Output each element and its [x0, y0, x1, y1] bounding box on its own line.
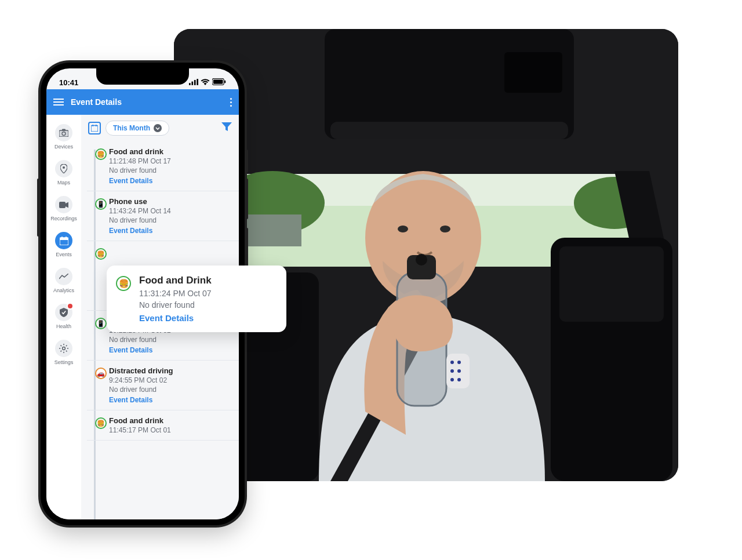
svg-rect-2 — [330, 122, 568, 139]
chart-icon — [55, 268, 72, 285]
sidebar-item-label: Devices — [54, 144, 73, 150]
event-details-link[interactable]: Event Details — [109, 177, 232, 185]
svg-point-49 — [154, 124, 162, 132]
sidebar-item-recordings[interactable]: Recordings — [46, 192, 81, 225]
event-sub: No driver found — [109, 386, 232, 394]
svg-point-15 — [398, 226, 408, 232]
more-icon[interactable] — [230, 98, 232, 107]
svg-point-16 — [440, 226, 450, 232]
video-icon — [55, 196, 72, 213]
sidebar-item-settings[interactable]: Settings — [46, 336, 81, 369]
signal-icon — [189, 78, 198, 87]
sidebar-item-maps[interactable]: Maps — [46, 157, 81, 189]
sidebar-item-analytics[interactable]: Analytics — [46, 264, 81, 297]
svg-rect-40 — [59, 202, 66, 208]
event-details-link[interactable]: Event Details — [139, 313, 277, 323]
event-sub: No driver found — [109, 336, 232, 344]
svg-rect-13 — [559, 246, 664, 322]
alert-badge — [67, 303, 74, 310]
gear-icon — [55, 340, 72, 357]
battery-icon — [212, 78, 226, 87]
list-item[interactable]: 🚗 Distracted driving 9:24:55 PM Oct 02 N… — [87, 361, 239, 410]
wifi-icon — [201, 78, 210, 87]
sidebar-item-health[interactable]: Health — [46, 300, 81, 333]
event-title: Distracted driving — [109, 366, 232, 375]
event-details-link[interactable]: Event Details — [109, 346, 232, 354]
svg-point-23 — [457, 361, 461, 364]
svg-point-27 — [457, 378, 461, 381]
list-item[interactable]: 📱 Phone use 11:43:24 PM Oct 14 No driver… — [87, 191, 239, 241]
event-details-link[interactable]: Event Details — [109, 227, 232, 235]
event-title: Phone use — [109, 197, 232, 206]
sidebar-item-devices[interactable]: Devices — [46, 121, 81, 153]
list-item[interactable]: 🍔 Food and drink 11:21:48 PM Oct 17 No d… — [87, 141, 239, 191]
event-title: Food and drink — [109, 147, 232, 156]
event-title: Food and drink — [109, 416, 232, 425]
chevron-down-icon — [154, 124, 162, 132]
svg-point-25 — [457, 369, 461, 373]
svg-rect-48 — [96, 125, 97, 126]
svg-rect-31 — [197, 79, 198, 85]
svg-rect-33 — [213, 79, 223, 83]
event-time: 11:21:48 PM Oct 17 — [109, 157, 232, 165]
event-popout-card[interactable]: 🍔 Food and Drink 11:31:24 PM Oct 07 No d… — [107, 266, 286, 332]
event-time: 11:43:24 PM Oct 14 — [109, 207, 232, 215]
pin-icon — [55, 160, 72, 177]
svg-rect-46 — [91, 126, 98, 132]
status-time: 10:41 — [59, 78, 78, 87]
svg-rect-43 — [61, 237, 63, 239]
svg-point-24 — [450, 369, 454, 373]
event-sub: No driver found — [109, 166, 232, 174]
event-sub: No driver found — [139, 300, 277, 310]
svg-point-20 — [416, 254, 427, 266]
calendar-icon — [55, 232, 72, 249]
svg-rect-38 — [62, 129, 66, 131]
svg-rect-42 — [60, 238, 68, 240]
svg-point-39 — [63, 166, 65, 169]
svg-rect-29 — [191, 81, 193, 85]
svg-rect-3 — [504, 52, 562, 93]
svg-rect-34 — [224, 80, 225, 83]
sidebar-item-label: Analytics — [53, 288, 74, 293]
sidebar-item-label: Events — [56, 252, 72, 257]
svg-point-26 — [450, 378, 454, 381]
shield-icon — [55, 304, 72, 321]
svg-rect-30 — [194, 79, 196, 85]
sidebar-item-events[interactable]: Events — [46, 228, 81, 261]
list-item[interactable]: 🍔 Food and drink 11:45:17 PM Oct 01 — [87, 410, 239, 441]
date-range-label: This Month — [113, 124, 150, 132]
svg-rect-35 — [59, 130, 68, 137]
phone-icon: 📱 — [95, 198, 107, 210]
event-video-frame — [174, 29, 678, 481]
food-icon: 🍔 — [95, 248, 107, 260]
svg-point-22 — [450, 361, 454, 364]
sidebar-item-label: Recordings — [50, 216, 77, 221]
event-title: Food and Drink — [139, 275, 277, 286]
camera-icon — [55, 124, 72, 141]
svg-rect-44 — [66, 237, 67, 239]
svg-rect-47 — [93, 125, 94, 126]
svg-point-45 — [63, 347, 66, 350]
app-bar: Event Details — [46, 89, 239, 115]
phone-notch — [96, 68, 189, 85]
calendar-filter-icon[interactable] — [88, 122, 101, 134]
sidebar-item-label: Settings — [54, 359, 74, 365]
food-icon: 🍔 — [116, 276, 131, 291]
svg-rect-28 — [189, 83, 191, 85]
event-sub: No driver found — [109, 216, 232, 224]
event-time: 9:24:55 PM Oct 02 — [109, 376, 232, 384]
warning-icon: 🚗 — [95, 368, 107, 379]
nav-sidebar: Devices Maps Recordings — [46, 115, 81, 519]
date-range-chip[interactable]: This Month — [106, 121, 169, 136]
event-time: 11:45:17 PM Oct 01 — [109, 426, 232, 434]
event-details-link[interactable]: Event Details — [109, 396, 232, 404]
phone-icon: 📱 — [95, 318, 107, 329]
menu-icon[interactable] — [53, 99, 64, 106]
sidebar-item-label: Health — [56, 323, 71, 329]
event-time: 11:31:24 PM Oct 07 — [139, 289, 277, 298]
filter-icon[interactable] — [221, 122, 232, 134]
app-bar-title: Event Details — [71, 97, 223, 107]
sidebar-item-label: Maps — [57, 180, 70, 186]
food-icon: 🍔 — [95, 148, 107, 160]
food-icon: 🍔 — [95, 417, 107, 429]
